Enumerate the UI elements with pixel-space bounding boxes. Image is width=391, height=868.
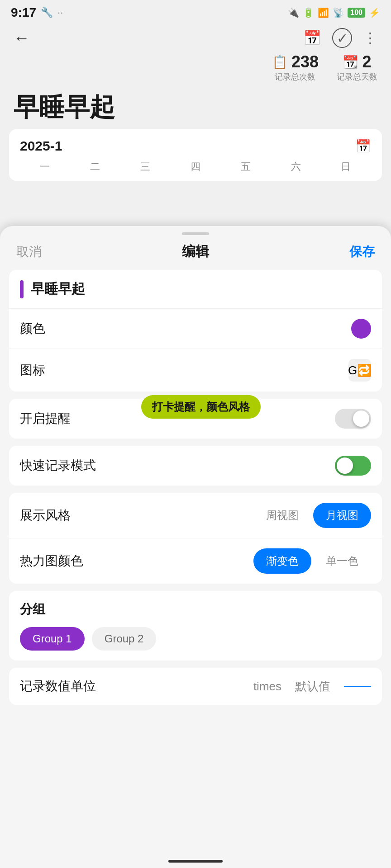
habit-color-bar (20, 280, 24, 298)
heatmap-color-label: 热力图颜色 (20, 552, 83, 570)
total-count-stat: 📋 238 记录总次数 (272, 52, 319, 82)
calendar-month: 2025-1 (20, 138, 62, 154)
calendar-month-icon[interactable]: 📅 (355, 139, 371, 154)
signal-icon: 📶 (318, 7, 329, 18)
solid-button[interactable]: 单一色 (313, 548, 371, 574)
battery-percent: 100 (348, 8, 365, 18)
display-style-row: 展示风格 周视图 月视图 (9, 493, 382, 538)
weekday-5: 五 (241, 160, 251, 174)
cancel-button[interactable]: 取消 (16, 243, 42, 260)
icon-picker[interactable]: G🔁 (348, 359, 371, 382)
fast-record-toggle[interactable]: | (335, 456, 371, 476)
back-button[interactable]: ← (14, 28, 30, 47)
tooltip: 打卡提醒，颜色风格 (141, 395, 261, 419)
status-icons: 🔌 🔋 📶 📡 100 ⚡ (288, 7, 380, 18)
settings-icon: 🔧 (41, 7, 53, 19)
total-days-stat: 📆 2 记录总天数 (337, 52, 377, 82)
color-picker[interactable] (351, 319, 371, 339)
icon-label: 图标 (20, 362, 45, 379)
top-nav: ← 📅 ✓ ⋮ (0, 24, 391, 52)
display-style-label: 展示风格 (20, 507, 71, 524)
charging-icon: ⚡ (369, 7, 380, 18)
total-count-value: 238 (291, 52, 319, 71)
habit-main-title: 早睡早起 (14, 90, 377, 125)
habit-name-field[interactable]: 早睡早起 (31, 280, 85, 298)
weekday-6: 六 (291, 160, 301, 174)
bottom-sheet: 取消 编辑 保存 早睡早起 颜色 图标 G🔁 打卡提醒，颜色风格 开启提醒 (0, 226, 391, 868)
calendar-nav-icon[interactable]: 📅 (303, 29, 321, 47)
group-section: 分组 Group 1 Group 2 (9, 591, 382, 660)
status-time: 9:17 (11, 5, 36, 20)
group-2-tag[interactable]: Group 2 (92, 627, 157, 651)
fast-record-row: 快速记录模式 | (9, 446, 382, 486)
reminder-label: 开启提醒 (20, 410, 71, 427)
audio-icon: 🔌 (288, 7, 299, 18)
total-count-label: 记录总次数 (275, 71, 315, 82)
gradient-button[interactable]: 渐变色 (253, 548, 311, 574)
battery-icon: 🔋 (303, 7, 314, 18)
check-nav-icon[interactable]: ✓ (332, 28, 352, 48)
dots-icon: ·· (57, 7, 63, 19)
record-values: times 默认值 (253, 679, 371, 694)
weekday-3: 三 (140, 160, 150, 174)
weekday-2: 二 (90, 160, 100, 174)
nav-actions: 📅 ✓ ⋮ (303, 28, 377, 48)
translate-icon: G🔁 (348, 363, 372, 377)
reminder-toggle[interactable] (335, 409, 371, 429)
month-view-button[interactable]: 月视图 (313, 503, 371, 528)
record-unit-value[interactable]: times (253, 679, 281, 693)
sheet-header: 取消 编辑 保存 (0, 235, 391, 270)
sheet-title: 编辑 (182, 242, 209, 261)
habit-name-card: 早睡早起 颜色 图标 G🔁 (9, 270, 382, 392)
total-days-value: 2 (362, 52, 371, 71)
group-tags: Group 1 Group 2 (20, 627, 371, 651)
days-icon: 📆 (343, 55, 358, 70)
week-view-button[interactable]: 周视图 (253, 503, 311, 528)
icon-row: 图标 G🔁 (9, 349, 382, 392)
weekday-4: 四 (191, 160, 200, 174)
group-title: 分组 (20, 601, 371, 618)
record-unit-row: 记录数值单位 times 默认值 (20, 678, 371, 695)
color-row: 颜色 (9, 308, 382, 349)
display-style-card: 展示风格 周视图 月视图 热力图颜色 渐变色 单一色 (9, 493, 382, 584)
default-label: 默认值 (295, 679, 330, 694)
fast-record-label: 快速记录模式 (20, 457, 96, 474)
save-button[interactable]: 保存 (349, 243, 375, 260)
weekday-7: 日 (341, 160, 351, 174)
total-days-label: 记录总天数 (337, 71, 377, 82)
calendar-section: 2025-1 📅 一 二 三 四 五 六 日 (9, 129, 382, 181)
record-unit-label: 记录数值单位 (20, 678, 96, 695)
stats-section: 📋 238 记录总次数 📆 2 记录总天数 早睡早起 (0, 52, 391, 125)
color-label: 颜色 (20, 320, 45, 337)
display-style-options: 周视图 月视图 (253, 503, 371, 528)
more-nav-icon[interactable]: ⋮ (363, 29, 377, 47)
stats-right: 📋 238 记录总次数 📆 2 记录总天数 (14, 52, 377, 82)
count-icon: 📋 (272, 55, 288, 70)
fast-record-card: 快速记录模式 | (9, 446, 382, 486)
record-underline (344, 686, 371, 687)
home-indicator (168, 860, 223, 863)
heatmap-color-options: 渐变色 单一色 (253, 548, 371, 574)
heatmap-color-row: 热力图颜色 渐变色 单一色 (9, 538, 382, 584)
reminder-section: 打卡提醒，颜色风格 开启提醒 (9, 399, 382, 439)
record-unit-section: 记录数值单位 times 默认值 (9, 668, 382, 705)
wifi-icon: 📡 (333, 7, 344, 18)
status-bar: 9:17 🔧 ·· 🔌 🔋 📶 📡 100 ⚡ (0, 0, 391, 24)
calendar-weekdays: 一 二 三 四 五 六 日 (20, 160, 371, 174)
group-1-tag[interactable]: Group 1 (20, 627, 85, 651)
habit-name-row: 早睡早起 (9, 270, 382, 308)
weekday-1: 一 (40, 160, 50, 174)
